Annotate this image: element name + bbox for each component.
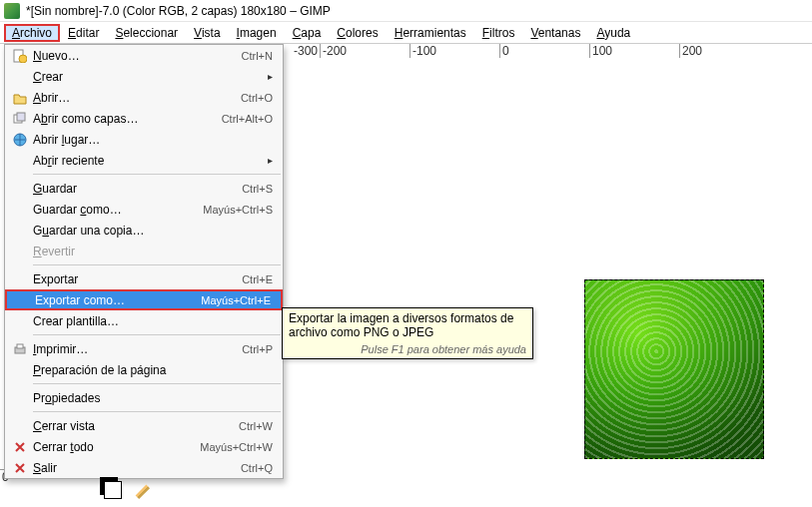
close-icon [11, 460, 29, 476]
menu-item-label: Cerrar vista [33, 419, 231, 433]
blank-icon [11, 313, 29, 329]
blank-icon [11, 271, 29, 287]
menu-item-label: Propiedades [33, 391, 273, 405]
menu-separator [33, 411, 281, 412]
tooltip-hint: Pulse F1 para obtener más ayuda [289, 343, 526, 355]
menu-item-cerrar-todo[interactable]: Cerrar todoMayús+Ctrl+W [5, 436, 283, 457]
toolbox-fragment [104, 481, 150, 499]
menu-item-label: Nuevo… [33, 49, 234, 63]
menu-item-shortcut: Ctrl+N [242, 50, 273, 62]
blank-icon [11, 362, 29, 378]
blank-icon [11, 223, 29, 239]
menu-item-abrir[interactable]: Abrir…Ctrl+O [5, 87, 283, 108]
menu-vista[interactable]: Vista [186, 24, 228, 42]
svg-rect-6 [17, 344, 23, 348]
menu-item-salir[interactable]: SalirCtrl+Q [5, 457, 283, 478]
menu-herramientas[interactable]: Herramientas [387, 24, 474, 42]
menu-item-label: Exportar como… [35, 293, 193, 307]
menu-item-label: Crear [33, 70, 262, 84]
open-icon [11, 90, 29, 106]
menu-item-cerrar-vista[interactable]: Cerrar vistaCtrl+W [5, 415, 283, 436]
menu-item-label: Abrir… [33, 91, 233, 105]
app-icon [4, 3, 20, 19]
menubar: Archivo Editar Seleccionar Vista Imagen … [0, 22, 812, 44]
menu-separator [33, 383, 281, 384]
layers-icon [11, 111, 29, 127]
menu-item-label: Salir [33, 461, 233, 475]
menu-item-nuevo[interactable]: Nuevo…Ctrl+N [5, 45, 283, 66]
menu-item-abrir-reciente[interactable]: Abrir reciente▸ [5, 150, 283, 171]
blank-icon [11, 202, 29, 218]
menu-ventanas[interactable]: Ventanas [522, 24, 588, 42]
submenu-arrow-icon: ▸ [268, 71, 273, 82]
blank-icon [11, 153, 29, 169]
menu-item-shortcut: Ctrl+O [241, 92, 273, 104]
file-menu-dropdown: Nuevo…Ctrl+NCrear▸Abrir…Ctrl+OAbrir como… [4, 44, 284, 479]
window-title: *[Sin nombre]-7.0 (Color RGB, 2 capas) 1… [26, 4, 331, 18]
menu-editar[interactable]: Editar [60, 24, 107, 42]
window-titlebar: *[Sin nombre]-7.0 (Color RGB, 2 capas) 1… [0, 0, 812, 22]
close-icon [11, 439, 29, 455]
menu-item-label: Cerrar todo [33, 440, 192, 454]
menu-item-label: Guardar una copia… [33, 224, 273, 238]
menu-item-guardar-como[interactable]: Guardar como…Mayús+Ctrl+S [5, 199, 283, 220]
blank-icon [13, 292, 31, 308]
globe-icon [11, 132, 29, 148]
blank-icon [11, 390, 29, 406]
pencil-tool-icon[interactable] [132, 481, 150, 499]
blank-icon [11, 69, 29, 85]
menu-item-abrir-como-capas[interactable]: Abrir como capas…Ctrl+Alt+O [5, 108, 283, 129]
svg-point-1 [19, 55, 27, 63]
blank-icon [11, 244, 29, 259]
menu-colores[interactable]: Colores [329, 24, 386, 42]
menu-item-shortcut: Mayús+Ctrl+E [201, 294, 271, 306]
menu-item-preparaci-n-de-la-p-gina[interactable]: Preparación de la página [5, 359, 283, 380]
blank-icon [11, 181, 29, 197]
menu-capa[interactable]: Capa [285, 24, 330, 42]
menu-item-crear[interactable]: Crear▸ [5, 66, 283, 87]
menu-item-abrir-lugar[interactable]: Abrir lugar… [5, 129, 283, 150]
menu-item-imprimir[interactable]: Imprimir…Ctrl+P [5, 338, 283, 359]
menu-item-shortcut: Ctrl+W [239, 420, 273, 432]
menu-separator [33, 264, 281, 265]
doc-new-icon [11, 48, 29, 64]
menu-item-crear-plantilla[interactable]: Crear plantilla… [5, 310, 283, 331]
menu-item-guardar[interactable]: GuardarCtrl+S [5, 178, 283, 199]
submenu-arrow-icon: ▸ [268, 155, 273, 166]
menu-item-label: Abrir reciente [33, 154, 262, 168]
menu-item-guardar-una-copia[interactable]: Guardar una copia… [5, 220, 283, 241]
menu-item-label: Guardar como… [33, 203, 195, 217]
menu-item-label: Preparación de la página [33, 363, 273, 377]
menu-item-shortcut: Ctrl+Q [241, 462, 273, 474]
menu-item-propiedades[interactable]: Propiedades [5, 387, 283, 408]
tooltip-text: Exportar la imagen a diversos formatos d… [289, 311, 526, 339]
color-swatch[interactable] [104, 481, 122, 499]
menu-filtros[interactable]: Filtros [474, 24, 523, 42]
tooltip-export: Exportar la imagen a diversos formatos d… [282, 307, 533, 359]
menu-item-label: Revertir [33, 245, 273, 258]
menu-item-label: Guardar [33, 182, 234, 196]
menu-item-exportar-como[interactable]: Exportar como…Mayús+Ctrl+E [5, 289, 283, 310]
menu-item-label: Abrir como capas… [33, 112, 214, 126]
menu-item-label: Exportar [33, 272, 234, 286]
menu-archivo[interactable]: Archivo [4, 24, 60, 42]
menu-item-shortcut: Ctrl+E [242, 273, 273, 285]
menu-item-shortcut: Ctrl+P [242, 343, 273, 355]
canvas-image[interactable] [584, 279, 764, 459]
menu-item-revertir: Revertir [5, 241, 283, 261]
menu-ayuda[interactable]: Ayuda [588, 24, 638, 42]
menu-separator [33, 174, 281, 175]
menu-item-label: Abrir lugar… [33, 133, 273, 147]
menu-item-shortcut: Ctrl+S [242, 183, 273, 195]
svg-rect-3 [17, 113, 25, 121]
menu-item-exportar[interactable]: ExportarCtrl+E [5, 268, 283, 289]
menu-seleccionar[interactable]: Seleccionar [107, 24, 186, 42]
menu-item-shortcut: Mayús+Ctrl+S [203, 204, 273, 216]
blank-icon [11, 418, 29, 434]
menu-separator [33, 334, 281, 335]
menu-item-shortcut: Mayús+Ctrl+W [200, 441, 273, 453]
menu-item-label: Imprimir… [33, 342, 234, 356]
menu-item-shortcut: Ctrl+Alt+O [222, 113, 273, 125]
menu-imagen[interactable]: Imagen [229, 24, 285, 42]
menu-item-label: Crear plantilla… [33, 314, 273, 328]
